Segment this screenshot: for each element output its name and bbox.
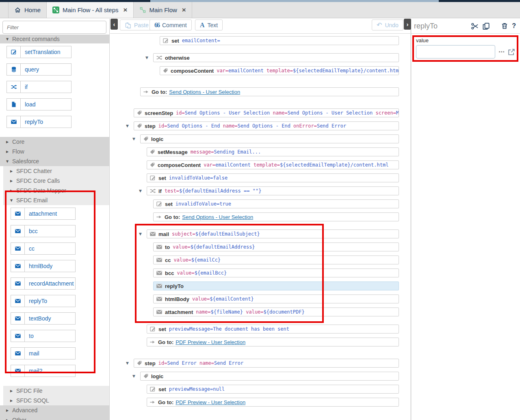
tag-icon: [143, 136, 149, 142]
help-icon[interactable]: ?: [512, 22, 516, 30]
sidebar-section-sfdc-data-mapper[interactable]: ▶SFDC Data Mapper: [3, 186, 109, 195]
collapse-toggle-icon[interactable]: ▼: [132, 374, 135, 378]
collapse-toggle-icon[interactable]: ▼: [132, 137, 135, 141]
command-item-cc[interactable]: cc: [11, 242, 76, 255]
flow-node-set[interactable]: setinvalidToValue=true: [153, 199, 399, 208]
goto-link[interactable]: PDF Preview - User Selection: [176, 339, 245, 345]
command-item-replyto[interactable]: replyTo: [11, 295, 76, 307]
database-icon: [7, 64, 21, 75]
shuffle-icon: [156, 54, 162, 61]
command-item-recordattachment[interactable]: recordAttachment: [11, 277, 76, 290]
flow-node-screenStep[interactable]: screenStepid=Send Options - User Selecti…: [134, 108, 399, 117]
command-item-load[interactable]: load: [6, 98, 72, 110]
command-item-if[interactable]: if: [6, 81, 72, 93]
command-item-settranslation[interactable]: setTranslation: [6, 46, 72, 58]
node-name: screenStep: [145, 110, 173, 116]
node-attributes: invalidToValue=false: [169, 175, 228, 181]
collapse-toggle-icon[interactable]: ▼: [126, 361, 129, 365]
goto-link[interactable]: Send Options - User Selection: [169, 89, 240, 95]
sidebar-section-sfdc-soql[interactable]: ▶SFDC SOQL: [3, 396, 109, 405]
flow-node-set[interactable]: setpreviewMessage=null: [147, 385, 399, 394]
flow-node-composeContent[interactable]: composeContentvar=emailContent template=…: [160, 66, 399, 75]
sidebar-section-other[interactable]: ▶Other: [0, 415, 109, 420]
flow-node-logic[interactable]: ▼logic: [140, 372, 399, 381]
command-item-mail2[interactable]: mail2: [11, 365, 76, 377]
flow-node-if[interactable]: ▼iftest=${defaultEmailAddress == ""}: [147, 186, 399, 195]
external-link-icon[interactable]: [508, 48, 515, 56]
flow-node-cc[interactable]: ccvalue=${emailCc}: [153, 255, 399, 264]
tab-label: Main Flow - All steps: [63, 6, 119, 13]
mail-icon: [11, 243, 25, 254]
sidebar-section-sfdc-chatter[interactable]: ▶SFDC Chatter: [3, 166, 109, 176]
flow-node-replyTo[interactable]: replyTo: [153, 281, 399, 290]
flow-node-attachment[interactable]: attachmentname=${fileName} value=${docum…: [153, 307, 399, 316]
sidebar-section-sfdc-email[interactable]: ▼SFDC Email: [3, 195, 109, 205]
node-name: set: [158, 175, 166, 181]
command-item-attachment[interactable]: attachment: [11, 208, 76, 220]
goto-link[interactable]: Send Options - User Selection: [182, 214, 253, 220]
sidebar-section-sfdc-file[interactable]: ▶SFDC File: [3, 386, 109, 396]
sidebar-section-sfdc-core-calls[interactable]: ▶SFDC Core Calls: [3, 176, 109, 186]
flow-node-goto[interactable]: Go to:Send Options - User Selection: [140, 87, 399, 96]
flow-node-otherwise[interactable]: ▼otherwise: [153, 53, 399, 62]
value-input[interactable]: [416, 45, 495, 58]
flow-node-logic[interactable]: ▼logic: [140, 134, 399, 143]
more-options-button[interactable]: ⋯: [498, 48, 505, 56]
flow-node-to[interactable]: tovalue=${defaultEmailAddress}: [153, 242, 399, 251]
flow-node-step[interactable]: ▼stepid=Send Options - End name=Send Opt…: [134, 121, 399, 130]
command-item-htmlbody[interactable]: htmlBody: [11, 260, 76, 272]
sidebar-section-advanced[interactable]: ▶Advanced: [0, 405, 109, 415]
triangle-right-icon: ▶: [9, 179, 14, 183]
command-item-bcc[interactable]: bcc: [11, 225, 76, 237]
sidebar-section-flow[interactable]: ▶Flow: [0, 147, 109, 156]
tab-close-icon[interactable]: ×: [124, 6, 128, 13]
flow-node-set[interactable]: setpreviewMessage=The document has been …: [147, 325, 399, 333]
node-attributes: value=${defaultEmailAddress}: [173, 244, 255, 250]
cut-icon[interactable]: [471, 22, 479, 30]
flow-node-goto[interactable]: Go to:Send Options - User Selection: [153, 212, 399, 221]
flow-node-htmlBody[interactable]: htmlBodyvalue=${emailContent}: [153, 294, 399, 303]
edit-icon: [162, 37, 169, 44]
sidebar-section-recent-commands[interactable]: ▼Recent commands: [0, 35, 109, 43]
comment-button[interactable]: 66 Comment: [150, 19, 192, 30]
collapse-toggle-icon[interactable]: ▼: [145, 56, 148, 60]
text-icon: A: [200, 22, 205, 28]
flow-node-mail[interactable]: ▼mailsubject=${defaultEmailSubject}: [147, 229, 399, 238]
tab-close-icon[interactable]: ×: [182, 6, 186, 13]
command-item-textbody[interactable]: textBody: [11, 312, 76, 325]
collapse-toggle-icon[interactable]: ▼: [139, 189, 142, 193]
goto-link[interactable]: PDF Preview - User Selection: [176, 399, 245, 405]
tab-home[interactable]: Home: [8, 2, 47, 18]
command-label: replyTo: [21, 116, 71, 128]
flow-node-bcc[interactable]: bccvalue=${emailBcc}: [153, 268, 399, 277]
command-item-replyto[interactable]: replyTo: [6, 116, 72, 128]
edit-icon: [7, 46, 21, 58]
tab-main-flow-all-steps[interactable]: Main Flow - All steps×: [47, 2, 133, 18]
copy-icon[interactable]: [482, 22, 490, 30]
flow-node-setMessage[interactable]: setMessagemessage=Sending Email...: [147, 147, 399, 156]
flow-node-set[interactable]: setemailContent=: [160, 36, 399, 45]
command-item-to[interactable]: to: [11, 330, 76, 342]
filter-input[interactable]: [2, 21, 106, 34]
text-button[interactable]: A Text: [195, 19, 223, 30]
paste-button[interactable]: Paste: [120, 19, 154, 30]
flow-node-composeContent[interactable]: composeContentvar=emailContent template=…: [147, 160, 399, 169]
command-item-query[interactable]: query: [6, 63, 72, 76]
sidebar-section-salesforce[interactable]: ▼Salesforce: [0, 156, 109, 166]
delete-icon[interactable]: [501, 22, 508, 30]
triangle-right-icon: ▶: [5, 140, 10, 144]
collapse-toggle-icon[interactable]: ▼: [139, 232, 142, 236]
collapse-toggle-icon[interactable]: ▼: [126, 124, 129, 128]
tab-main-flow[interactable]: Main Flow×: [134, 2, 192, 18]
flow-node-step[interactable]: ▼stepid=Send Error name=Send Error: [134, 359, 399, 368]
flow-node-goto[interactable]: Go to:PDF Preview - User Selection: [147, 398, 399, 407]
flow-node-goto[interactable]: Go to:PDF Preview - User Selection: [147, 338, 399, 346]
undo-button[interactable]: ↶ Undo: [372, 19, 403, 30]
node-attributes: previewMessage=The document has been sen…: [169, 326, 289, 332]
flow-node-set[interactable]: setinvalidToValue=false: [147, 173, 399, 182]
sidebar-section-core[interactable]: ▶Core: [0, 137, 109, 147]
collapse-panel-button[interactable]: ›: [404, 19, 411, 30]
command-item-mail[interactable]: mail: [11, 347, 76, 359]
collapse-sidebar-button[interactable]: ‹: [110, 19, 118, 30]
command-label: cc: [25, 243, 75, 254]
